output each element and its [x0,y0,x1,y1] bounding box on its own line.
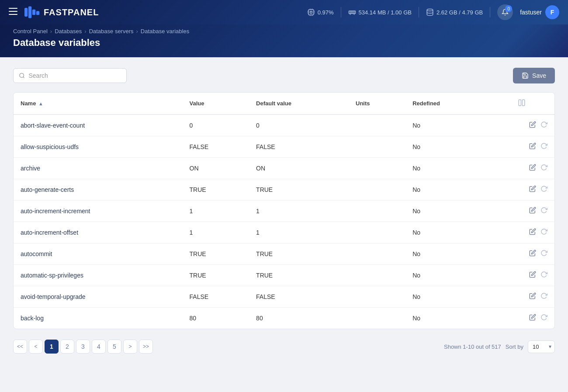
page-1-button[interactable]: 1 [45,340,59,354]
svg-rect-5 [32,10,35,15]
svg-rect-2 [9,14,17,15]
sort-select-wrap: 102550100 [528,340,555,353]
cell-units [349,265,405,286]
cell-redefined: No [405,265,489,286]
toolbar: Save [13,68,555,83]
cell-default: 1 [249,222,349,243]
cell-redefined: No [405,136,489,158]
svg-rect-8 [310,11,312,14]
col-value[interactable]: Value [183,93,249,114]
page-5-button[interactable]: 5 [107,340,121,354]
breadcrumb-sep-1: › [50,28,52,35]
divider2 [419,7,419,17]
cell-value: 80 [183,308,249,329]
ram-stat: 534.14 MB / 1.00 GB [348,8,412,16]
svg-rect-1 [9,11,17,12]
per-page-select[interactable]: 102550100 [528,340,555,353]
breadcrumb-item-control-panel[interactable]: Control Panel [13,28,48,35]
reset-button[interactable] [540,121,547,130]
svg-rect-4 [28,7,31,18]
table-row: avoid-temporal-upgrade FALSE FALSE No [14,286,554,308]
pagination-area: << < 12345 > >> Shown 1-10 out of 517 So… [13,340,555,354]
cell-actions [489,286,554,308]
cpu-stat: 0.97% [307,8,334,16]
reset-button[interactable] [540,271,547,280]
page-title: Database variables [13,37,555,49]
table-row: auto-increment-offset 1 1 No [14,222,554,243]
search-input[interactable] [28,72,121,79]
cell-value: TRUE [183,265,249,286]
page-last-button[interactable]: >> [139,340,153,354]
cell-actions [489,243,554,265]
reset-button[interactable] [540,250,547,258]
cell-actions [489,201,554,222]
cell-default: ON [249,158,349,179]
columns-icon[interactable] [518,99,526,107]
page-2-button[interactable]: 2 [60,340,74,354]
cell-actions [489,265,554,286]
edit-button[interactable] [529,185,536,194]
svg-rect-3 [24,8,28,17]
edit-button[interactable] [529,207,536,215]
menu-button[interactable] [9,8,17,17]
sort-by-label: Sort by [506,343,523,350]
edit-button[interactable] [529,314,536,323]
save-button[interactable]: Save [513,68,555,83]
breadcrumb-item-database-servers[interactable]: Database servers [89,28,134,35]
breadcrumb-item-databases[interactable]: Databases [55,28,82,35]
search-icon [19,72,25,79]
divider [341,7,341,17]
cell-name: auto-increment-offset [14,222,183,243]
reset-button[interactable] [540,207,547,215]
table-row: archive ON ON No [14,158,554,179]
page-4-button[interactable]: 4 [92,340,106,354]
cell-redefined: No [405,286,489,308]
reset-button[interactable] [540,185,547,194]
breadcrumb-sep-2: › [84,28,86,35]
header-left: FASTPANEL [9,6,99,18]
edit-button[interactable] [529,228,536,237]
col-redefined[interactable]: Redefined [405,93,489,114]
reset-button[interactable] [540,228,547,237]
logo: FASTPANEL [24,6,99,18]
svg-rect-6 [36,11,39,15]
edit-button[interactable] [529,292,536,301]
user-menu-button[interactable]: fastuser F [520,5,559,19]
table-row: back-log 80 80 No [14,308,554,329]
cell-actions [489,179,554,201]
cell-actions [489,136,554,158]
page-prev-button[interactable]: < [29,340,43,354]
col-default-value[interactable]: Default value [249,93,349,114]
pagination: << < 12345 > >> [13,340,153,354]
main-content: Save Name ▲ Value Default value Units Re… [0,57,568,364]
col-name[interactable]: Name ▲ [14,93,183,114]
edit-button[interactable] [529,121,536,130]
cell-default: 0 [249,114,349,136]
svg-rect-0 [9,8,17,9]
cell-default: TRUE [249,179,349,201]
table-row: allow-suspicious-udfs FALSE FALSE No [14,136,554,158]
svg-rect-28 [523,100,525,106]
edit-button[interactable] [529,164,536,173]
header: FASTPANEL 0.97% 534.14 MB / 1.00 GB [0,0,568,24]
notifications-button[interactable]: 0 [497,4,513,20]
cell-name: archive [14,158,183,179]
cell-value: TRUE [183,243,249,265]
reset-button[interactable] [540,142,547,151]
cell-actions [489,222,554,243]
page-first-button[interactable]: << [13,340,27,354]
edit-button[interactable] [529,271,536,280]
reset-button[interactable] [540,164,547,173]
page-3-button[interactable]: 3 [76,340,90,354]
col-units[interactable]: Units [349,93,405,114]
cell-default: 1 [249,201,349,222]
reset-button[interactable] [540,314,547,323]
edit-button[interactable] [529,250,536,258]
breadcrumb-item-current: Database variables [141,28,189,35]
cell-name: avoid-temporal-upgrade [14,286,183,308]
reset-button[interactable] [540,292,547,301]
page-next-button[interactable]: > [123,340,137,354]
edit-button[interactable] [529,142,536,151]
cell-units [349,222,405,243]
page-buttons: 12345 [45,340,121,354]
